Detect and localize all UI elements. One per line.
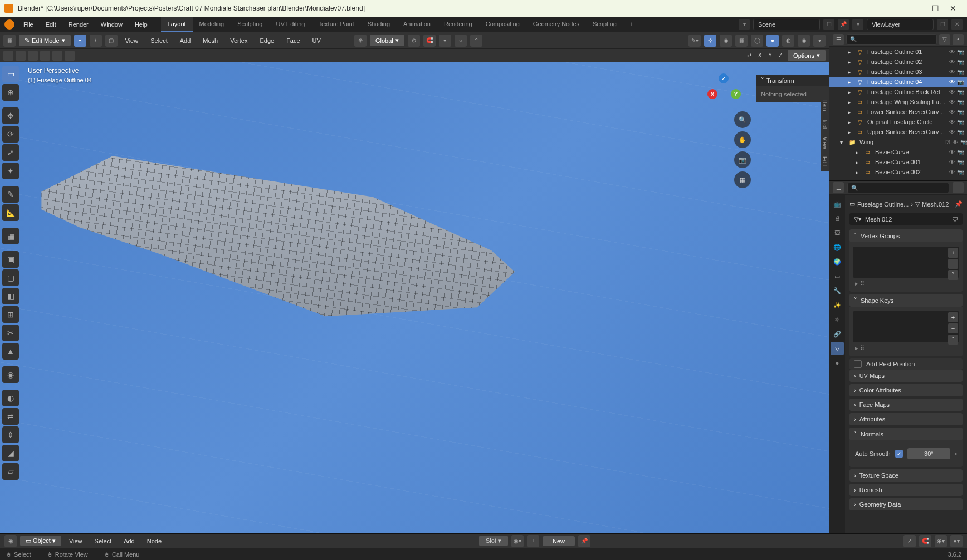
pin-icon[interactable]: 📌 xyxy=(955,200,963,208)
fake-user-icon[interactable]: 🛡 xyxy=(952,216,958,223)
npanel-tab-item[interactable]: Item xyxy=(822,100,828,111)
material-pin-icon[interactable]: 📌 xyxy=(578,535,590,547)
tool-extrude-region[interactable]: ▣ xyxy=(2,251,19,268)
toggle-xray-icon[interactable]: ▦ xyxy=(735,35,748,47)
tab-texture-paint[interactable]: Texture Paint xyxy=(311,17,360,32)
tool-smooth[interactable]: ◐ xyxy=(2,390,19,406)
camera-icon[interactable]: 📷 xyxy=(957,59,964,65)
eye-icon[interactable]: 👁 xyxy=(949,49,955,55)
vg-menu-button[interactable]: ˅ xyxy=(948,270,958,280)
outliner-item-active[interactable]: ▸▽Fuselage Outline 04👁📷 xyxy=(829,77,967,87)
vg-add-button[interactable]: + xyxy=(948,248,958,258)
scene-new-icon[interactable]: ☐ xyxy=(823,19,834,30)
transform-orientation-icon[interactable]: ⊕ xyxy=(354,35,367,47)
vg-remove-button[interactable]: − xyxy=(948,259,958,269)
node-menu-node[interactable]: Node xyxy=(143,536,166,547)
expand-icon[interactable]: ▾ xyxy=(837,138,845,146)
section-face-maps[interactable]: ›Face Maps xyxy=(849,399,963,411)
material-new-button[interactable]: New xyxy=(543,536,575,546)
outliner-editor-icon[interactable]: ☰ xyxy=(833,34,844,45)
eye-icon[interactable]: 👁 xyxy=(953,139,958,145)
ptab-mesh-data[interactable]: ▽ xyxy=(831,342,844,355)
tool-select-box[interactable]: ▭ xyxy=(2,66,19,82)
eye-icon[interactable]: 👁 xyxy=(949,59,955,65)
axis-z-icon[interactable]: Z xyxy=(719,73,729,83)
close-button[interactable]: ✕ xyxy=(949,4,957,12)
node-editor-type-icon[interactable]: ◉ xyxy=(4,535,17,547)
edge-select-mode[interactable]: / xyxy=(90,35,102,47)
outliner-item[interactable]: ▸⊃Upper Surface BezierCurve 0👁📷 xyxy=(829,127,967,137)
outliner-filter-icon[interactable]: ▽ xyxy=(939,34,950,45)
material-slot-dropdown[interactable]: Slot ▾ xyxy=(479,536,508,546)
editor-type-icon[interactable]: ▦ xyxy=(3,35,16,47)
camera-icon[interactable]: 📷 xyxy=(957,129,964,135)
minimize-button[interactable]: — xyxy=(914,4,921,12)
snap-toggle-icon[interactable]: 🧲 xyxy=(423,35,436,47)
mirror-toggle-icon[interactable]: ⇄ xyxy=(744,51,755,60)
outliner-item[interactable]: ▸▽Fuselage Outline 02👁📷 xyxy=(829,57,967,67)
camera-icon[interactable]: 📷 xyxy=(960,139,967,145)
camera-view-icon[interactable]: 📷 xyxy=(734,151,751,168)
viewlayer-name-input[interactable] xyxy=(867,19,934,30)
node-snap-icon[interactable]: 🧲 xyxy=(919,535,931,547)
vertex-select-mode[interactable]: • xyxy=(74,35,86,47)
add-rest-checkbox[interactable] xyxy=(854,360,862,368)
outliner-item[interactable]: ▸⊃BezierCurve.001👁📷 xyxy=(829,157,967,167)
tab-shading[interactable]: Shading xyxy=(361,17,397,32)
npanel-tab-view[interactable]: View xyxy=(822,137,828,149)
tool-rip-region[interactable]: ▱ xyxy=(2,463,19,480)
camera-icon[interactable]: 📷 xyxy=(957,109,964,115)
viewport-menu-face[interactable]: Face xyxy=(282,35,304,47)
breadcrumb-obj[interactable]: Fuselage Outline... xyxy=(857,201,909,208)
tool-inset-faces[interactable]: ▢ xyxy=(2,269,19,286)
node-menu-add[interactable]: Add xyxy=(119,536,139,547)
outliner-item[interactable]: ▸▽Fuselage Outline 03👁📷 xyxy=(829,67,967,77)
outliner-collection[interactable]: ▾📁Wing☑👁📷 xyxy=(829,137,967,147)
eye-icon[interactable]: 👁 xyxy=(949,109,955,115)
outliner[interactable]: ▸▽Fuselage Outline 01👁📷 ▸▽Fuselage Outli… xyxy=(829,47,967,180)
mode-dropdown[interactable]: ✎ Edit Mode ▾ xyxy=(19,35,71,46)
properties-options-icon[interactable]: ⋮ xyxy=(953,182,964,193)
axis-y-icon[interactable]: Y xyxy=(731,89,741,99)
ptab-output[interactable]: 🖨 xyxy=(831,212,844,225)
properties-editor-icon[interactable]: ☰ xyxy=(833,182,844,193)
perspective-toggle-icon[interactable]: ▦ xyxy=(734,171,751,188)
outliner-item[interactable]: ▸⊃Fuselage Wing Sealing Fairing👁📷 xyxy=(829,97,967,107)
tool-shear[interactable]: ◢ xyxy=(2,445,19,461)
proportional-edit-icon[interactable]: ○ xyxy=(455,35,467,47)
viewport-menu-edge[interactable]: Edge xyxy=(255,35,279,47)
section-attributes[interactable]: ›Attributes xyxy=(849,413,963,425)
section-geometry-data[interactable]: ›Geometry Data xyxy=(849,498,963,510)
outliner-item[interactable]: ▸▽Fuselage Outline Back Ref👁📷 xyxy=(829,87,967,97)
section-uv-maps[interactable]: ›UV Maps xyxy=(849,370,963,382)
expand-icon[interactable]: ▸ xyxy=(845,108,853,116)
mirror-y[interactable]: Y xyxy=(765,51,775,60)
mesh-edit-mode-icon[interactable]: ✎▾ xyxy=(688,35,701,47)
tab-animation[interactable]: Animation xyxy=(397,17,437,32)
pan-gizmo-icon[interactable]: ✋ xyxy=(734,131,751,148)
shading-rendered-icon[interactable]: ◉ xyxy=(798,35,810,47)
material-add-icon[interactable]: + xyxy=(527,535,539,547)
scene-browse-icon[interactable]: ▾ xyxy=(739,19,750,30)
tool-loop-cut[interactable]: ⊞ xyxy=(2,306,19,323)
tool-poly-build[interactable]: ▲ xyxy=(2,343,19,360)
menu-help[interactable]: Help xyxy=(129,18,153,31)
ptab-particles[interactable]: ✨ xyxy=(831,298,844,312)
tool-knife[interactable]: ✂ xyxy=(2,325,19,341)
nav-gizmo[interactable]: Z X Y xyxy=(707,73,741,107)
expand-icon[interactable]: ▸ xyxy=(853,168,861,176)
outliner-item[interactable]: ▸▽Fuselage Outline 01👁📷 xyxy=(829,47,967,57)
camera-icon[interactable]: 📷 xyxy=(957,119,964,125)
outliner-item[interactable]: ▸▽Original Fuselage Circle👁📷 xyxy=(829,117,967,127)
tab-modeling[interactable]: Modeling xyxy=(193,17,231,32)
vertex-groups-list[interactable]: + − ˅ xyxy=(853,247,959,278)
eye-icon[interactable]: 👁 xyxy=(949,129,955,135)
mirror-x[interactable]: X xyxy=(755,51,765,60)
viewport-menu-vertex[interactable]: Vertex xyxy=(226,35,252,47)
camera-icon[interactable]: 📷 xyxy=(957,69,964,75)
npanel-tab-edit[interactable]: Edit xyxy=(822,156,828,166)
menu-edit[interactable]: Edit xyxy=(40,18,62,31)
sk-add-button[interactable]: + xyxy=(948,312,958,322)
show-overlays-icon[interactable]: ◉ xyxy=(720,35,732,47)
shading-wireframe-icon[interactable]: ◯ xyxy=(751,35,763,47)
